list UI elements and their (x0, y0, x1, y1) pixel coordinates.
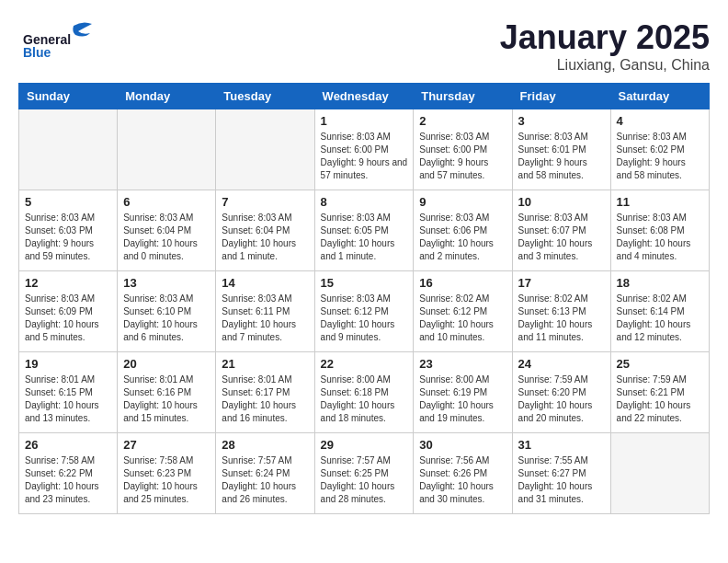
day-info: Sunrise: 7:58 AM Sunset: 6:22 PM Dayligh… (25, 454, 111, 506)
day-cell: 8Sunrise: 8:03 AM Sunset: 6:05 PM Daylig… (314, 190, 414, 271)
day-info: Sunrise: 8:03 AM Sunset: 6:00 PM Dayligh… (419, 131, 506, 182)
day-info: Sunrise: 8:00 AM Sunset: 6:18 PM Dayligh… (321, 373, 408, 425)
day-cell: 24Sunrise: 7:59 AM Sunset: 6:20 PM Dayli… (512, 352, 610, 433)
day-number: 14 (222, 276, 308, 290)
day-cell: 31Sunrise: 7:55 AM Sunset: 6:27 PM Dayli… (512, 433, 610, 514)
day-info: Sunrise: 8:03 AM Sunset: 6:02 PM Dayligh… (617, 131, 703, 182)
day-number: 11 (617, 195, 703, 209)
day-cell: 5Sunrise: 8:03 AM Sunset: 6:03 PM Daylig… (19, 190, 118, 271)
day-cell: 4Sunrise: 8:03 AM Sunset: 6:02 PM Daylig… (610, 109, 709, 190)
day-cell: 28Sunrise: 7:57 AM Sunset: 6:24 PM Dayli… (216, 433, 314, 514)
day-cell: 3Sunrise: 8:03 AM Sunset: 6:01 PM Daylig… (512, 109, 610, 190)
day-cell (118, 109, 216, 190)
col-friday: Friday (512, 84, 610, 109)
day-number: 8 (321, 195, 408, 209)
day-cell: 14Sunrise: 8:03 AM Sunset: 6:11 PM Dayli… (216, 271, 314, 352)
col-thursday: Thursday (414, 84, 512, 109)
day-number: 25 (617, 357, 703, 371)
day-cell: 15Sunrise: 8:03 AM Sunset: 6:12 PM Dayli… (314, 271, 414, 352)
day-cell: 2Sunrise: 8:03 AM Sunset: 6:00 PM Daylig… (414, 109, 512, 190)
day-info: Sunrise: 7:57 AM Sunset: 6:24 PM Dayligh… (222, 454, 308, 506)
week-row-4: 19Sunrise: 8:01 AM Sunset: 6:15 PM Dayli… (19, 352, 710, 433)
col-tuesday: Tuesday (216, 84, 314, 109)
day-info: Sunrise: 8:03 AM Sunset: 6:08 PM Dayligh… (617, 212, 703, 263)
day-info: Sunrise: 8:03 AM Sunset: 6:05 PM Dayligh… (321, 212, 408, 263)
logo: General Blue (18, 18, 110, 60)
day-number: 1 (321, 114, 408, 128)
day-info: Sunrise: 8:03 AM Sunset: 6:00 PM Dayligh… (321, 131, 408, 182)
day-cell: 20Sunrise: 8:01 AM Sunset: 6:16 PM Dayli… (118, 352, 216, 433)
day-cell: 9Sunrise: 8:03 AM Sunset: 6:06 PM Daylig… (414, 190, 512, 271)
day-cell: 18Sunrise: 8:02 AM Sunset: 6:14 PM Dayli… (610, 271, 709, 352)
day-cell: 6Sunrise: 8:03 AM Sunset: 6:04 PM Daylig… (118, 190, 216, 271)
day-number: 16 (419, 276, 506, 290)
day-cell: 12Sunrise: 8:03 AM Sunset: 6:09 PM Dayli… (19, 271, 118, 352)
svg-text:Blue: Blue (23, 45, 51, 60)
day-info: Sunrise: 8:01 AM Sunset: 6:16 PM Dayligh… (123, 373, 210, 425)
title-area: January 2025 Liuxiang, Gansu, China (500, 18, 710, 74)
day-info: Sunrise: 8:03 AM Sunset: 6:01 PM Dayligh… (518, 131, 605, 182)
col-saturday: Saturday (610, 84, 709, 109)
page-header: General Blue January 2025 Liuxiang, Gans… (18, 18, 710, 74)
day-info: Sunrise: 8:02 AM Sunset: 6:13 PM Dayligh… (518, 293, 605, 344)
day-number: 26 (25, 438, 111, 452)
day-cell: 1Sunrise: 8:03 AM Sunset: 6:00 PM Daylig… (314, 109, 414, 190)
day-cell: 10Sunrise: 8:03 AM Sunset: 6:07 PM Dayli… (512, 190, 610, 271)
col-sunday: Sunday (19, 84, 118, 109)
week-row-5: 26Sunrise: 7:58 AM Sunset: 6:22 PM Dayli… (19, 433, 710, 514)
day-info: Sunrise: 8:01 AM Sunset: 6:15 PM Dayligh… (25, 373, 111, 425)
logo-svg: General Blue (18, 18, 110, 60)
day-info: Sunrise: 8:03 AM Sunset: 6:04 PM Dayligh… (222, 212, 308, 263)
day-cell: 23Sunrise: 8:00 AM Sunset: 6:19 PM Dayli… (414, 352, 512, 433)
day-info: Sunrise: 7:56 AM Sunset: 6:26 PM Dayligh… (419, 454, 506, 506)
day-info: Sunrise: 7:57 AM Sunset: 6:25 PM Dayligh… (321, 454, 408, 506)
day-number: 27 (123, 438, 210, 452)
header-row: Sunday Monday Tuesday Wednesday Thursday… (19, 84, 710, 109)
day-info: Sunrise: 8:03 AM Sunset: 6:09 PM Dayligh… (25, 293, 111, 344)
day-info: Sunrise: 8:03 AM Sunset: 6:07 PM Dayligh… (518, 212, 605, 263)
day-cell: 26Sunrise: 7:58 AM Sunset: 6:22 PM Dayli… (19, 433, 118, 514)
day-number: 6 (123, 195, 210, 209)
day-info: Sunrise: 7:59 AM Sunset: 6:21 PM Dayligh… (617, 373, 703, 425)
day-cell: 22Sunrise: 8:00 AM Sunset: 6:18 PM Dayli… (314, 352, 414, 433)
day-cell: 17Sunrise: 8:02 AM Sunset: 6:13 PM Dayli… (512, 271, 610, 352)
location: Liuxiang, Gansu, China (500, 57, 710, 74)
day-number: 5 (25, 195, 111, 209)
day-number: 7 (222, 195, 308, 209)
day-number: 22 (321, 357, 408, 371)
day-number: 31 (518, 438, 605, 452)
day-info: Sunrise: 7:59 AM Sunset: 6:20 PM Dayligh… (518, 373, 605, 425)
day-info: Sunrise: 8:02 AM Sunset: 6:14 PM Dayligh… (617, 293, 703, 344)
day-info: Sunrise: 8:01 AM Sunset: 6:17 PM Dayligh… (222, 373, 308, 425)
day-number: 30 (419, 438, 506, 452)
day-cell: 11Sunrise: 8:03 AM Sunset: 6:08 PM Dayli… (610, 190, 709, 271)
week-row-1: 1Sunrise: 8:03 AM Sunset: 6:00 PM Daylig… (19, 109, 710, 190)
week-row-2: 5Sunrise: 8:03 AM Sunset: 6:03 PM Daylig… (19, 190, 710, 271)
day-number: 21 (222, 357, 308, 371)
col-monday: Monday (118, 84, 216, 109)
day-number: 17 (518, 276, 605, 290)
day-cell: 16Sunrise: 8:02 AM Sunset: 6:12 PM Dayli… (414, 271, 512, 352)
day-number: 28 (222, 438, 308, 452)
day-cell: 21Sunrise: 8:01 AM Sunset: 6:17 PM Dayli… (216, 352, 314, 433)
day-cell: 7Sunrise: 8:03 AM Sunset: 6:04 PM Daylig… (216, 190, 314, 271)
day-info: Sunrise: 8:03 AM Sunset: 6:11 PM Dayligh… (222, 293, 308, 344)
day-number: 9 (419, 195, 506, 209)
day-cell: 27Sunrise: 7:58 AM Sunset: 6:23 PM Dayli… (118, 433, 216, 514)
calendar-table: Sunday Monday Tuesday Wednesday Thursday… (18, 83, 710, 514)
day-cell (610, 433, 709, 514)
day-number: 23 (419, 357, 506, 371)
col-wednesday: Wednesday (314, 84, 414, 109)
month-title: January 2025 (500, 18, 710, 57)
day-info: Sunrise: 8:00 AM Sunset: 6:19 PM Dayligh… (419, 373, 506, 425)
week-row-3: 12Sunrise: 8:03 AM Sunset: 6:09 PM Dayli… (19, 271, 710, 352)
day-number: 18 (617, 276, 703, 290)
day-cell: 29Sunrise: 7:57 AM Sunset: 6:25 PM Dayli… (314, 433, 414, 514)
day-number: 4 (617, 114, 703, 128)
day-info: Sunrise: 7:58 AM Sunset: 6:23 PM Dayligh… (123, 454, 210, 506)
day-number: 15 (321, 276, 408, 290)
day-info: Sunrise: 8:03 AM Sunset: 6:04 PM Dayligh… (123, 212, 210, 263)
day-number: 12 (25, 276, 111, 290)
day-info: Sunrise: 7:55 AM Sunset: 6:27 PM Dayligh… (518, 454, 605, 506)
day-info: Sunrise: 8:03 AM Sunset: 6:03 PM Dayligh… (25, 212, 111, 263)
